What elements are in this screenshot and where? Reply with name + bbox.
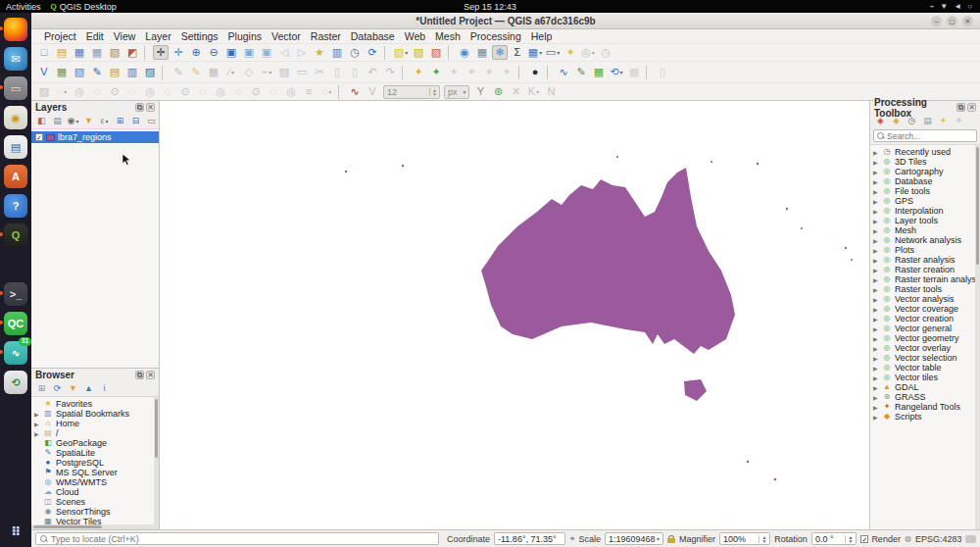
- browser-vertical-scrollbar[interactable]: [154, 397, 159, 529]
- expand-arrow-icon[interactable]: ▶: [873, 178, 879, 185]
- bluetooth-icon[interactable]: ⌁: [929, 2, 934, 11]
- add-mesh-layer[interactable]: ▧: [72, 65, 87, 79]
- expand-arrow-icon[interactable]: ▶: [873, 257, 879, 264]
- extents-icon[interactable]: ⌖: [569, 533, 574, 544]
- browser-item-spatial-bookmarks[interactable]: ▶ ▥ Spatial Bookmarks: [31, 409, 159, 419]
- proc-gps[interactable]: ▶ ◎ GPS: [870, 196, 980, 206]
- browser-item-wms[interactable]: ▶ ◎ WMS/WMTS: [31, 477, 159, 487]
- trash-launcher[interactable]: ⟲: [4, 371, 27, 394]
- proc-raster-creation[interactable]: ▶ ◎ Raster creation: [870, 265, 980, 274]
- menu-item[interactable]: Processing: [466, 30, 526, 42]
- identify-features[interactable]: ◉: [457, 45, 472, 60]
- scale-combo[interactable]: 1:19609468 ▾: [605, 532, 663, 545]
- ellipse-center-point[interactable]: ⊙: [177, 84, 193, 99]
- proc-vector-table[interactable]: ▶ ◎ Vector table: [870, 363, 980, 373]
- temporal-clock[interactable]: ◷: [598, 45, 613, 60]
- expand-arrow-icon[interactable]: ▶: [873, 355, 879, 362]
- proc-vector-selection[interactable]: ▶ ◎ Vector selection: [870, 353, 980, 363]
- regular-polygon[interactable]: ◌: [230, 84, 246, 99]
- proc-vector-overlay[interactable]: ▶ ◎ Vector overlay: [870, 343, 980, 353]
- coordinate-field[interactable]: -11.86°, 71.35°: [494, 532, 565, 545]
- check-geometries[interactable]: ⊛: [490, 84, 506, 99]
- options-tool[interactable]: ✧: [953, 116, 965, 127]
- circle-2points[interactable]: ◌: [124, 84, 140, 99]
- app-center-launcher[interactable]: A: [4, 165, 27, 188]
- trace-tool[interactable]: K: [525, 84, 541, 99]
- add-wms-layer[interactable]: ▥: [124, 65, 140, 79]
- search-input[interactable]: [887, 131, 965, 141]
- proc-vector-general[interactable]: ▶ ◎ Vector general: [870, 323, 980, 333]
- clock[interactable]: Sep 15 12:43: [0, 2, 980, 12]
- undo[interactable]: ↶: [365, 65, 380, 79]
- circle-center-point[interactable]: ◌: [160, 84, 175, 99]
- menu-item[interactable]: Vector: [267, 30, 306, 42]
- browser-item-favorites[interactable]: ▶ ★ Favorites: [31, 399, 159, 409]
- system-status-area[interactable]: ⌁▼◄○: [929, 2, 980, 11]
- attribute-table-views[interactable]: ▦: [527, 45, 543, 60]
- titlebar[interactable]: *Untitled Project — QGIS a67dc316c9b – ◻…: [31, 13, 980, 29]
- expand-arrow-icon[interactable]: ▶: [873, 384, 879, 391]
- project-properties[interactable]: ▧: [107, 45, 122, 60]
- manage-map-themes[interactable]: ◉: [67, 116, 79, 127]
- map-canvas[interactable]: [160, 101, 869, 529]
- app-grid-button[interactable]: ⠿: [4, 520, 27, 543]
- proc-vector-coverage[interactable]: ▶ ◎ Vector coverage: [870, 304, 980, 314]
- float-panel-button[interactable]: ⧉: [135, 371, 144, 379]
- modify-attributes[interactable]: ▨: [276, 65, 292, 79]
- digitize-with-segment[interactable]: ∕: [223, 65, 239, 79]
- enable-advanced-digitizing[interactable]: ◌: [54, 84, 70, 99]
- pan-map[interactable]: ✛: [153, 45, 169, 60]
- expand-arrow-icon[interactable]: ▶: [873, 247, 879, 254]
- browser-item-cloud[interactable]: ▶ ☁ Cloud: [31, 487, 159, 497]
- expand-arrow-icon[interactable]: ▶: [873, 208, 879, 215]
- browser-item-postgresql[interactable]: ▶ ● PostgreSQL: [31, 458, 159, 468]
- proc-recently-used[interactable]: ▶ ◷ Recently used: [870, 147, 980, 157]
- proc-vector-creation[interactable]: ▶ ◎ Vector creation: [870, 314, 980, 323]
- spinner-steppers[interactable]: ▲▼: [429, 88, 439, 96]
- properties-widget[interactable]: i: [98, 383, 111, 395]
- files-launcher[interactable]: ▭: [4, 76, 27, 100]
- decorations-north-arrow[interactable]: ∿: [347, 84, 363, 99]
- history-tool[interactable]: ◷: [906, 116, 918, 127]
- expand-arrow-icon[interactable]: ▶: [873, 188, 879, 195]
- elevation-profile[interactable]: ▨: [36, 84, 52, 99]
- zoom-in[interactable]: ⊕: [188, 45, 204, 60]
- locator-input[interactable]: [51, 534, 434, 544]
- zoom-to-selection[interactable]: ▣: [241, 45, 257, 60]
- proc-mesh[interactable]: ▶ ◎ Mesh: [870, 225, 980, 235]
- add-group[interactable]: ▤: [51, 116, 64, 127]
- float-panel-button[interactable]: ⧉: [956, 103, 965, 112]
- firefox-launcher[interactable]: [4, 18, 27, 41]
- zoom-full[interactable]: ▣: [223, 45, 239, 60]
- rhythmbox-launcher[interactable]: ◉: [4, 106, 27, 129]
- calendar-launcher[interactable]: ∿ 31: [4, 341, 27, 365]
- plugin-tool-disabled-2[interactable]: ▯: [655, 65, 670, 79]
- construction-mode[interactable]: ◎: [72, 84, 87, 99]
- add-vector-layer[interactable]: V: [36, 65, 52, 79]
- thunderbird-launcher[interactable]: ✉: [4, 47, 27, 71]
- curve-point[interactable]: ⊙: [248, 84, 264, 99]
- snapping-toggle[interactable]: Y: [472, 84, 488, 99]
- rectangle-extent[interactable]: ◌: [195, 84, 211, 99]
- collapse-all-browser[interactable]: ▲: [82, 383, 95, 395]
- expand-arrow-icon[interactable]: ▶: [34, 421, 40, 427]
- menu-item[interactable]: View: [109, 30, 141, 42]
- render-checkbox[interactable]: ✓ Render: [860, 534, 901, 544]
- refresh-browser[interactable]: ⟳: [51, 383, 64, 395]
- proc-grass[interactable]: ▶ ⊛ GRASS: [870, 392, 980, 402]
- proc-raster-tools[interactable]: ▶ ◎ Raster tools: [870, 284, 980, 294]
- results-viewer[interactable]: ▤: [921, 116, 934, 127]
- proc-vector-analysis[interactable]: ▶ ◎ Vector analysis: [870, 294, 980, 304]
- proc-plots[interactable]: ▶ ◎ Plots: [870, 245, 980, 255]
- tilt-tool[interactable]: ◌: [318, 84, 334, 99]
- python-console[interactable]: ∿: [556, 65, 571, 79]
- menu-item[interactable]: Help: [526, 30, 558, 42]
- expand-arrow-icon[interactable]: ▶: [873, 414, 879, 421]
- parallel-constraint[interactable]: ◌: [89, 84, 105, 99]
- style-manager[interactable]: ◩: [124, 45, 140, 60]
- close-panel-button[interactable]: ✕: [146, 371, 155, 379]
- scale-lock-icon[interactable]: [667, 535, 675, 543]
- new-shapefile-layer[interactable]: ▨: [142, 65, 158, 79]
- metasearch[interactable]: ●: [527, 65, 543, 79]
- current-edits[interactable]: ✎: [171, 65, 186, 79]
